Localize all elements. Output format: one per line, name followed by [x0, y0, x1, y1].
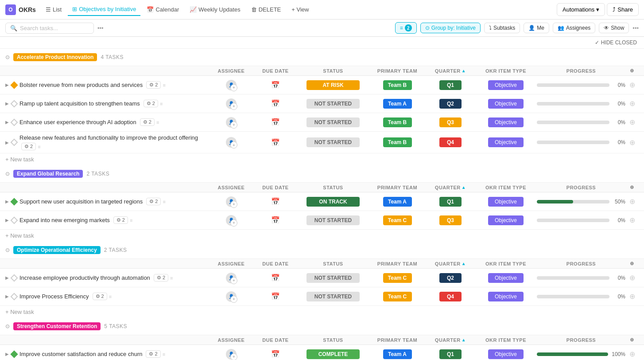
- tab-calendar[interactable]: 📅 Calendar: [142, 4, 183, 16]
- task-menu-icon[interactable]: ≡: [130, 218, 132, 223]
- table-row[interactable]: ▶ Increase employee productivity through…: [0, 269, 644, 287]
- show-chip[interactable]: 👁 Show: [599, 23, 629, 33]
- avatar[interactable]: 👤 +: [226, 196, 237, 207]
- group-header-accelerate-product-innovation[interactable]: ⊙ Accelerate Product Innovation 4 TASKS: [0, 49, 644, 66]
- avatar[interactable]: 👤 +: [226, 117, 237, 128]
- task-menu-icon[interactable]: ≡: [163, 352, 165, 357]
- search-input[interactable]: Search tasks...: [20, 25, 58, 31]
- group-header-strengthen-customer-retention[interactable]: ⊙ Strengthen Customer Retention 5 TASKS: [0, 318, 644, 335]
- due-date-cell[interactable]: 📅: [253, 350, 298, 358]
- expand-arrow[interactable]: ▶: [5, 101, 9, 106]
- add-task-button[interactable]: ⊕: [625, 292, 639, 301]
- tab-list[interactable]: ☰ List: [41, 4, 66, 16]
- due-date-cell[interactable]: 📅: [253, 81, 298, 89]
- expand-arrow[interactable]: ▶: [5, 120, 9, 125]
- add-assignee-icon[interactable]: +: [230, 296, 237, 303]
- share-button[interactable]: ⤴ Share: [607, 3, 639, 16]
- group-toggle-strengthen-customer-retention[interactable]: ⊙: [5, 323, 10, 329]
- group-header-expand-global-research[interactable]: ⊙ Expand Global Research 2 TASKS: [0, 165, 644, 183]
- status-cell[interactable]: NOT STARTED: [298, 215, 369, 225]
- subtasks-chip[interactable]: ⤵ Subtasks: [484, 23, 520, 33]
- task-menu-icon[interactable]: ≡: [163, 199, 165, 204]
- add-assignee-icon[interactable]: +: [230, 121, 237, 129]
- toolbar-more-icon[interactable]: •••: [632, 25, 639, 31]
- expand-arrow[interactable]: ▶: [5, 294, 9, 299]
- expand-arrow[interactable]: ▶: [5, 352, 9, 356]
- col-add[interactable]: ⊕: [625, 184, 639, 190]
- add-assignee-icon[interactable]: +: [230, 219, 237, 227]
- col-add[interactable]: ⊕: [625, 261, 639, 266]
- task-menu-icon[interactable]: ≡: [109, 294, 112, 299]
- task-menu-icon[interactable]: ≡: [160, 101, 163, 106]
- group-toggle-optimize-operational-efficiency[interactable]: ⊙: [5, 247, 10, 253]
- due-date-cell[interactable]: 📅: [253, 216, 298, 224]
- add-task-button[interactable]: ⊕: [625, 350, 639, 358]
- expand-arrow[interactable]: ▶: [5, 275, 9, 280]
- tab-weekly-updates[interactable]: 📈 Weekly Updates: [185, 4, 244, 16]
- table-row[interactable]: ▶ Enhance user experience through AI ado…: [0, 113, 644, 132]
- table-row[interactable]: ▶ Improve Process Efficiency ⚙ 2 ≡ 👤 + 📅…: [0, 287, 644, 306]
- status-cell[interactable]: AT RISK: [298, 80, 369, 90]
- table-row[interactable]: ▶ Ramp up talent acquisition to strength…: [0, 94, 644, 113]
- more-options-icon[interactable]: •••: [97, 25, 104, 31]
- task-menu-icon[interactable]: ≡: [163, 82, 165, 88]
- col-add[interactable]: ⊕: [625, 337, 639, 343]
- add-task-button[interactable]: ⊕: [625, 197, 639, 206]
- add-assignee-icon[interactable]: +: [230, 84, 237, 91]
- tab-delete[interactable]: 🗑 DELETE: [247, 4, 286, 16]
- group-header-optimize-operational-efficiency[interactable]: ⊙ Optimize Operational Efficiency 2 TASK…: [0, 242, 644, 259]
- group-by-chip[interactable]: ⊙ Group by: Initiative: [420, 23, 481, 33]
- due-date-cell[interactable]: 📅: [253, 274, 298, 282]
- search-box[interactable]: 🔍 Search tasks...: [5, 23, 94, 34]
- avatar[interactable]: 👤 +: [226, 349, 237, 360]
- table-row[interactable]: ▶ Bolster revenue from new products and …: [0, 76, 644, 94]
- expand-arrow[interactable]: ▶: [5, 218, 9, 223]
- new-task-row[interactable]: + New task: [0, 306, 644, 318]
- status-cell[interactable]: NOT STARTED: [298, 137, 369, 147]
- expand-arrow[interactable]: ▶: [5, 199, 9, 204]
- tab-objectives-by-initiative[interactable]: ⊞ Objectives by Initiative: [68, 3, 140, 16]
- add-task-button[interactable]: ⊕: [625, 81, 639, 89]
- me-chip[interactable]: 👤 Me: [524, 23, 549, 33]
- due-date-cell[interactable]: 📅: [253, 99, 298, 108]
- add-task-button[interactable]: ⊕: [625, 274, 639, 282]
- status-cell[interactable]: NOT STARTED: [298, 117, 369, 127]
- avatar[interactable]: 👤 +: [226, 215, 237, 226]
- avatar[interactable]: 👤 +: [226, 137, 237, 148]
- due-date-cell[interactable]: 📅: [253, 292, 298, 301]
- tab-view[interactable]: + View: [287, 4, 313, 16]
- status-cell[interactable]: NOT STARTED: [298, 273, 369, 283]
- table-row[interactable]: ▶ Support new user acquisition in target…: [0, 192, 644, 211]
- status-cell[interactable]: COMPLETE: [298, 349, 369, 359]
- avatar[interactable]: 👤 +: [226, 80, 237, 90]
- table-row[interactable]: ▶ Release new features and functionality…: [0, 132, 644, 153]
- avatar[interactable]: 👤 +: [226, 273, 237, 283]
- status-cell[interactable]: NOT STARTED: [298, 292, 369, 301]
- task-menu-icon[interactable]: ≡: [156, 120, 159, 125]
- table-row[interactable]: ▶ Expand into new emerging markets ⚙ 2 ≡…: [0, 211, 644, 230]
- hide-closed-bar[interactable]: ✓ HIDE CLOSED: [0, 37, 644, 49]
- add-task-button[interactable]: ⊕: [625, 118, 639, 126]
- add-task-button[interactable]: ⊕: [625, 216, 639, 224]
- add-assignee-icon[interactable]: +: [230, 277, 237, 284]
- group-toggle-accelerate-product-innovation[interactable]: ⊙: [5, 54, 10, 60]
- assignees-chip[interactable]: 👥 Assignees: [553, 23, 595, 33]
- task-menu-icon[interactable]: ≡: [38, 144, 40, 149]
- due-date-cell[interactable]: 📅: [253, 197, 298, 206]
- add-assignee-icon[interactable]: +: [230, 353, 237, 360]
- due-date-cell[interactable]: 📅: [253, 138, 298, 147]
- add-assignee-icon[interactable]: +: [230, 103, 237, 110]
- add-task-button[interactable]: ⊕: [625, 99, 639, 108]
- add-task-button[interactable]: ⊕: [625, 138, 639, 147]
- group-toggle-expand-global-research[interactable]: ⊙: [5, 171, 10, 177]
- avatar[interactable]: 👤 +: [226, 98, 237, 109]
- add-assignee-icon[interactable]: +: [230, 141, 237, 149]
- expand-arrow[interactable]: ▶: [5, 82, 9, 87]
- new-task-row[interactable]: + New task: [0, 230, 644, 242]
- add-assignee-icon[interactable]: +: [230, 201, 237, 208]
- col-add[interactable]: ⊕: [625, 68, 639, 74]
- automations-button[interactable]: Automations ▾: [557, 3, 605, 16]
- table-row[interactable]: ▶ Improve customer satisfaction and redu…: [0, 345, 644, 360]
- status-cell[interactable]: ON TRACK: [298, 197, 369, 207]
- filter-chip[interactable]: ≡ 2: [395, 22, 417, 34]
